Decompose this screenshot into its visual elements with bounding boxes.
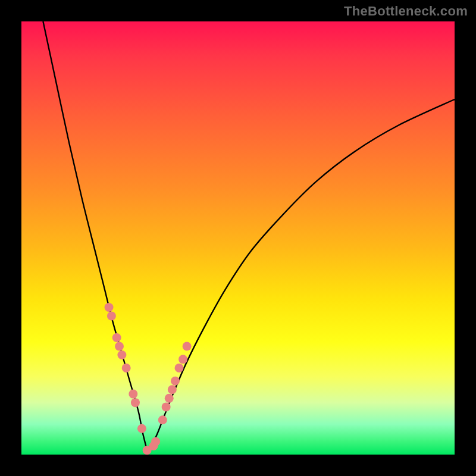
outer-frame: TheBottleneck.com (0, 0, 476, 476)
marker-dot (174, 364, 183, 372)
marker-dot (165, 394, 174, 403)
marker-dot (162, 402, 171, 411)
marker-dot (112, 333, 121, 342)
marker-dot (137, 424, 146, 433)
marker-dot (107, 312, 116, 321)
marker-dot (122, 364, 131, 372)
marker-dot (117, 350, 126, 359)
marker-dot (158, 415, 167, 424)
plot-area (21, 21, 455, 455)
marker-dot (115, 342, 124, 351)
marker-dot (171, 377, 180, 386)
marker-dot (105, 303, 114, 312)
chart-svg (21, 21, 455, 455)
marker-dot (151, 437, 160, 446)
marker-dot (183, 342, 192, 351)
marker-dot (129, 390, 137, 399)
marker-dot (131, 398, 140, 407)
marker-dot (168, 385, 177, 394)
watermark-text: TheBottleneck.com (344, 4, 468, 19)
curve-left (43, 21, 147, 450)
curve-right (147, 99, 455, 450)
marker-dot (178, 355, 187, 364)
marker-group (105, 303, 192, 455)
